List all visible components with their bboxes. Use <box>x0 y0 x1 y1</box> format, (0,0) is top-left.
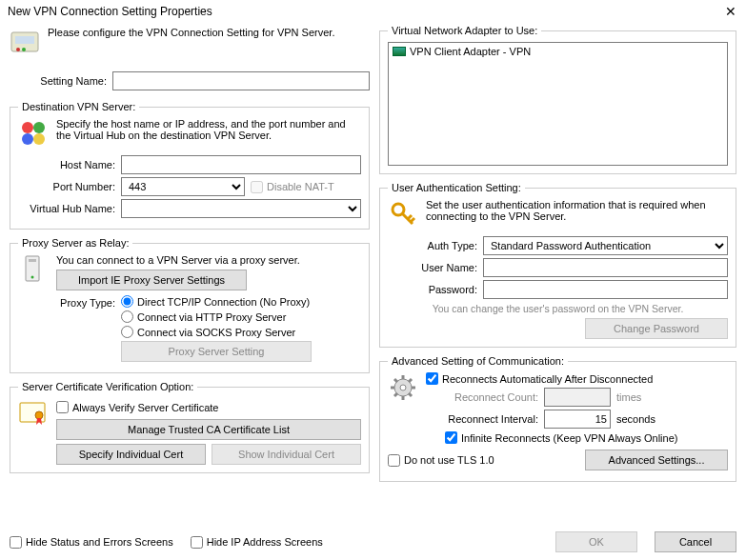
password-label: Password: <box>388 284 477 295</box>
reconnect-count-label: Reconnect Count: <box>426 391 538 403</box>
reconnect-count-unit: times <box>616 391 641 403</box>
disable-natt-checkbox <box>251 181 263 193</box>
auth-group: User Authentication Setting: Set the use… <box>379 182 736 348</box>
proxy-direct-radio[interactable] <box>121 295 133 308</box>
adapter-item-label: VPN Client Adapter - VPN <box>410 46 531 57</box>
reconnect-count-input <box>544 388 611 407</box>
svg-point-10 <box>31 276 34 279</box>
svg-point-6 <box>22 133 33 145</box>
close-icon[interactable]: ✕ <box>721 4 740 19</box>
server-icon <box>18 118 49 149</box>
svg-rect-9 <box>29 259 36 262</box>
proxy-hint: You can connect to a VPN Server via a pr… <box>56 254 361 266</box>
always-verify-checkbox[interactable] <box>56 401 69 413</box>
proxy-http-label: Connect via HTTP Proxy Server <box>137 311 286 323</box>
proxy-setting-button: Proxy Server Setting <box>121 341 312 362</box>
list-item[interactable]: VPN Client Adapter - VPN <box>391 45 725 58</box>
setting-name-label: Setting Name: <box>10 75 107 87</box>
hide-ip-label: Hide IP Address Screens <box>207 536 323 548</box>
hub-select[interactable] <box>121 199 361 218</box>
destination-legend: Destination VPN Server: <box>18 101 139 112</box>
cancel-button[interactable]: Cancel <box>655 531 736 552</box>
proxy-http-radio[interactable] <box>121 310 133 323</box>
reconnect-interval-input[interactable] <box>544 410 611 429</box>
proxy-type-label: Proxy Type: <box>18 295 115 309</box>
proxy-group: Proxy Server as Relay: You can connect t… <box>10 237 370 373</box>
host-input[interactable] <box>121 155 361 174</box>
intro-text: Please configure the VPN Connection Sett… <box>48 27 334 38</box>
infinite-reconnect-checkbox[interactable] <box>445 431 457 444</box>
password-note: You can change the user's password on th… <box>388 303 728 314</box>
change-password-button: Change Password <box>585 318 728 339</box>
hide-ip-checkbox[interactable] <box>191 536 203 549</box>
disable-natt-label: Disable NAT-T <box>267 181 334 192</box>
cert-group: Server Certificate Verification Option: … <box>10 381 370 473</box>
svg-point-7 <box>33 133 45 145</box>
proxy-icon <box>18 254 49 285</box>
svg-point-4 <box>22 122 33 133</box>
hub-label: Virtual Hub Name: <box>18 203 115 214</box>
auth-type-select[interactable]: Standard Password Authentication <box>483 236 728 255</box>
no-tls-label: Do not use TLS 1.0 <box>404 454 494 466</box>
proxy-direct-label: Direct TCP/IP Connection (No Proxy) <box>137 296 310 308</box>
host-label: Host Name: <box>18 159 115 170</box>
certificate-icon <box>18 398 49 429</box>
gear-icon <box>388 372 418 403</box>
username-input[interactable] <box>483 258 728 277</box>
adapter-group: Virtual Network Adapter to Use: VPN Clie… <box>379 25 736 174</box>
no-tls-checkbox[interactable] <box>388 454 400 467</box>
window-title: New VPN Connection Setting Properties <box>8 5 212 18</box>
adapter-listbox[interactable]: VPN Client Adapter - VPN <box>388 42 728 166</box>
advanced-legend: Advanced Setting of Communication: <box>388 355 568 367</box>
advanced-settings-button[interactable]: Advanced Settings... <box>585 450 728 470</box>
auth-legend: User Authentication Setting: <box>388 182 525 193</box>
auth-hint: Set the user authentication information … <box>426 199 728 222</box>
destination-hint: Specify the host name or IP address, and… <box>56 118 361 141</box>
hide-status-checkbox[interactable] <box>10 536 22 549</box>
svg-point-2 <box>16 48 20 51</box>
auto-reconnect-checkbox[interactable] <box>426 372 438 385</box>
password-input[interactable] <box>483 280 728 299</box>
import-ie-proxy-button[interactable]: Import IE Proxy Server Settings <box>56 270 247 290</box>
port-label: Port Number: <box>18 181 115 192</box>
svg-line-23 <box>409 379 412 382</box>
setting-name-input[interactable] <box>112 71 370 90</box>
key-icon <box>388 199 418 230</box>
auto-reconnect-label: Reconnects Automatically After Disconnec… <box>442 373 653 385</box>
svg-rect-1 <box>15 36 34 44</box>
vpn-setting-icon <box>10 27 40 57</box>
hide-status-label: Hide Status and Errors Screens <box>26 536 173 548</box>
username-label: User Name: <box>388 262 477 273</box>
advanced-group: Advanced Setting of Communication: Recon… <box>379 355 736 482</box>
network-adapter-icon <box>393 47 406 56</box>
svg-line-22 <box>394 393 397 396</box>
infinite-reconnect-label: Infinite Reconnects (Keep VPN Always Onl… <box>461 432 677 444</box>
proxy-legend: Proxy Server as Relay: <box>18 237 132 249</box>
proxy-socks-radio[interactable] <box>121 326 133 338</box>
svg-point-5 <box>33 122 45 133</box>
adapter-legend: Virtual Network Adapter to Use: <box>388 25 541 36</box>
svg-line-20 <box>394 379 397 382</box>
destination-group: Destination VPN Server: Specify the host… <box>10 101 370 230</box>
always-verify-label: Always Verify Server Certificate <box>72 402 218 413</box>
ok-button: OK <box>555 531 637 552</box>
proxy-socks-label: Connect via SOCKS Proxy Server <box>137 327 295 338</box>
svg-line-21 <box>409 393 412 396</box>
show-cert-button: Show Individual Cert <box>212 444 361 465</box>
svg-point-12 <box>35 411 43 419</box>
auth-type-label: Auth Type: <box>388 240 477 251</box>
port-select[interactable]: 443 <box>121 177 245 196</box>
svg-point-3 <box>22 48 26 51</box>
reconnect-interval-unit: seconds <box>616 413 655 425</box>
reconnect-interval-label: Reconnect Interval: <box>426 413 538 425</box>
manage-ca-button[interactable]: Manage Trusted CA Certificate List <box>56 419 361 440</box>
specify-cert-button[interactable]: Specify Individual Cert <box>56 444 206 465</box>
cert-legend: Server Certificate Verification Option: <box>18 381 197 392</box>
svg-point-15 <box>400 385 406 390</box>
